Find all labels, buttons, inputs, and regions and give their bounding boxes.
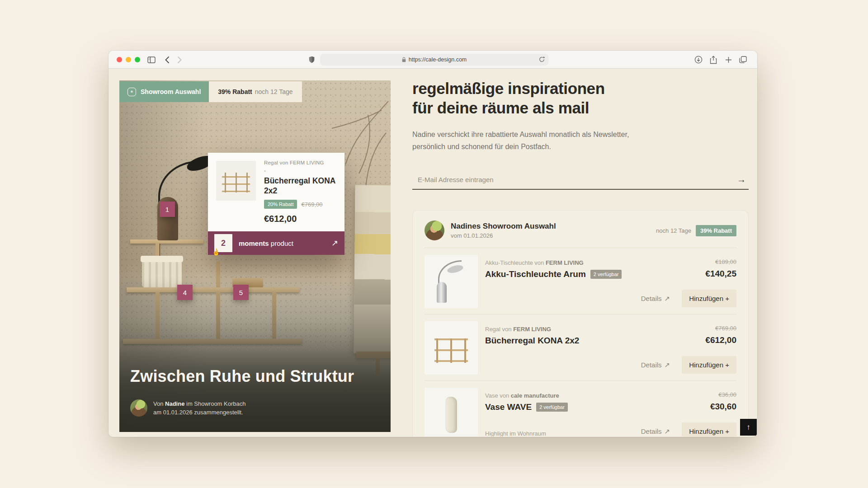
- reload-icon[interactable]: [538, 56, 545, 63]
- product-popup-thumbnail: [216, 161, 256, 201]
- row-brand-prefix: Akku-Tischleuchte von: [485, 259, 546, 266]
- row-price: €30,60: [710, 402, 736, 412]
- row-product-name: Akku-Tischleuchte Arum: [485, 269, 586, 279]
- popup-price: €612,00: [264, 214, 336, 224]
- details-label: Details: [641, 295, 662, 302]
- back-icon[interactable]: [162, 55, 172, 65]
- newsletter-description: Nadine verschickt ihre rabattierte Auswa…: [412, 128, 632, 153]
- submit-arrow-icon[interactable]: →: [737, 174, 749, 185]
- selection-discount-badge: 39% Rabatt: [696, 225, 736, 236]
- row-brand: FERM LIVING: [546, 259, 584, 266]
- popup-dash: -: [264, 168, 336, 174]
- moments-label-bold: moments: [239, 239, 269, 247]
- product-row-kona: Regal von FERM LIVING Bücherregal KONA 2…: [425, 314, 736, 380]
- arrow-up-icon: ↑: [746, 423, 750, 432]
- row-brand: cale manufacture: [511, 392, 559, 399]
- discount-badge: 39% Rabatt noch 12 Tage: [209, 81, 302, 102]
- zoom-window-button[interactable]: [135, 57, 140, 62]
- curator-avatar: [130, 399, 147, 417]
- curator-avatar-small: [425, 221, 444, 240]
- product-hotspot-1[interactable]: 1: [160, 202, 175, 217]
- page-content: * Showroom Auswahl 39% Rabatt noch 12 Ta…: [108, 69, 757, 436]
- download-icon[interactable]: [693, 55, 703, 65]
- hero-badges: * Showroom Auswahl 39% Rabatt noch 12 Ta…: [119, 81, 302, 102]
- popup-brand-line: Regal von FERM LIVING: [264, 160, 336, 165]
- popup-old-price: €769,00: [301, 201, 322, 208]
- page-title: regelmäßige inspirationen für deine räum…: [412, 79, 605, 117]
- row-price: €140,25: [705, 269, 736, 279]
- availability-badge: 2 verfügbar: [590, 270, 622, 279]
- showroom-badge: * Showroom Auswahl: [119, 81, 209, 102]
- details-link[interactable]: Details↗: [641, 427, 670, 436]
- details-link[interactable]: Details↗: [641, 295, 670, 303]
- details-link[interactable]: Details↗: [641, 361, 670, 369]
- availability-badge: 2 verfügbar: [536, 403, 568, 412]
- moments-count: 2: [221, 239, 226, 248]
- shelf-thumbnail-drawing: [222, 173, 250, 190]
- popup-discount-badge: 20% Rabatt: [264, 200, 297, 209]
- hero-byline: Von Nadine im Showroom Korbach am 01.01.…: [130, 399, 246, 417]
- showroom-star-icon: *: [127, 88, 136, 96]
- moments-count-box: 2 ☝: [214, 234, 232, 252]
- selection-header: Nadines Showroom Auswahl vom 01.01.2026 …: [425, 211, 736, 248]
- share-icon[interactable]: [708, 55, 718, 65]
- external-link-icon: ↗: [665, 427, 670, 436]
- moments-label-rest: product: [269, 239, 293, 247]
- product-thumbnail-vase: [425, 388, 478, 436]
- external-link-icon[interactable]: ↗: [331, 239, 338, 247]
- newsletter-column: regelmäßige inspirationen für deine räum…: [412, 69, 749, 436]
- row-product-name: Bücherregal KONA 2x2: [485, 336, 579, 346]
- tabs-icon[interactable]: [738, 55, 748, 65]
- product-row-wave: Vase von cale manufacture Vase WAVE 2 ve…: [425, 380, 736, 436]
- byline-name: Nadine: [165, 400, 184, 407]
- details-label: Details: [641, 427, 662, 435]
- shield-icon[interactable]: [307, 55, 316, 65]
- row-old-price: €189,00: [705, 258, 736, 265]
- product-note: Highlight im Wohnraum: [485, 430, 546, 436]
- page-title-line2: für deine räume als mail: [412, 98, 605, 117]
- external-link-icon: ↗: [665, 361, 670, 369]
- address-bar[interactable]: https://cale-design.com: [320, 54, 548, 66]
- popup-product-name: Bücherregal KONA 2x2: [264, 176, 336, 196]
- byline-prefix: Von: [153, 400, 165, 407]
- hero-title: Zwischen Ruhe und Struktur: [130, 367, 354, 386]
- scroll-to-top-button[interactable]: ↑: [740, 419, 757, 436]
- row-brand-prefix: Vase von: [485, 392, 511, 399]
- new-tab-icon[interactable]: [723, 55, 733, 65]
- discount-days: noch 12 Tage: [255, 88, 293, 95]
- product-thumbnail-shelf: [425, 321, 478, 375]
- row-product-name: Vase WAVE: [485, 402, 532, 412]
- page-title-line1: regelmäßige inspirationen: [412, 79, 605, 98]
- byline-line2: am 01.01.2026 zusammengestellt.: [153, 408, 246, 417]
- newsletter-signup-row: →: [412, 170, 749, 190]
- add-to-cart-button[interactable]: Hinzufügen +: [682, 356, 736, 374]
- minimize-window-button[interactable]: [126, 57, 131, 62]
- browser-toolbar: https://cale-design.com: [108, 51, 757, 69]
- product-hotspot-5[interactable]: 5: [233, 285, 249, 300]
- selection-title: Nadines Showroom Auswahl: [451, 222, 556, 231]
- close-window-button[interactable]: [117, 57, 122, 62]
- row-old-price: €36,00: [710, 391, 736, 398]
- row-old-price: €769,00: [705, 325, 736, 332]
- add-to-cart-button[interactable]: Hinzufügen +: [682, 422, 736, 436]
- browser-window: https://cale-design.com: [108, 51, 757, 437]
- url-text: https://cale-design.com: [409, 56, 467, 63]
- forward-icon[interactable]: [175, 55, 184, 65]
- row-brand: FERM LIVING: [513, 326, 551, 333]
- moments-product-bar[interactable]: 2 ☝ moments product ↗: [208, 231, 344, 255]
- byline-middle: im Showroom Korbach: [184, 400, 245, 407]
- sidebar-icon[interactable]: [146, 55, 156, 65]
- email-input[interactable]: [412, 176, 737, 183]
- row-price: €612,00: [705, 335, 736, 345]
- product-popup-body: Regal von FERM LIVING - Bücherregal KONA…: [208, 153, 344, 231]
- product-thumbnail-lamp: [425, 255, 478, 308]
- external-link-icon: ↗: [665, 295, 670, 303]
- selection-date: vom 01.01.2026: [451, 232, 556, 239]
- lock-icon: [402, 57, 406, 62]
- selection-days-left: noch 12 Tage: [656, 227, 691, 234]
- discount-percent: 39% Rabatt: [218, 88, 252, 95]
- product-row-arum: Akku-Tischleuchte von FERM LIVING Akku-T…: [425, 248, 736, 314]
- product-popup-card[interactable]: Regal von FERM LIVING - Bücherregal KONA…: [208, 153, 344, 255]
- product-hotspot-4[interactable]: 4: [177, 285, 193, 300]
- add-to-cart-button[interactable]: Hinzufügen +: [682, 290, 736, 307]
